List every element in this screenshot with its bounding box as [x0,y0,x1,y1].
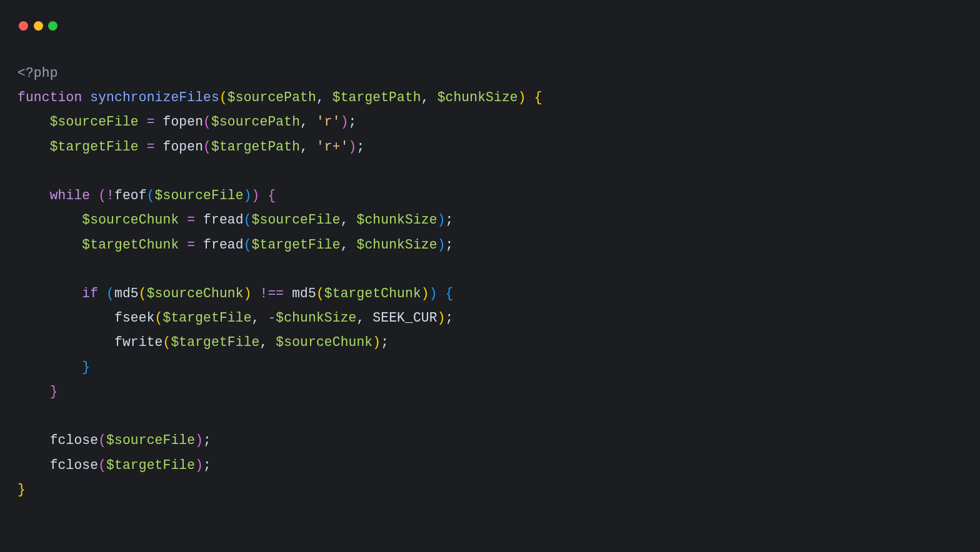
var-targetFile: $targetFile [50,139,139,154]
arg-sourcePath: $sourcePath [211,114,300,129]
window-titlebar [0,0,980,37]
call-feof: feof [114,188,147,203]
arg-targetFile: $targetFile [252,237,341,252]
brace-close: } [50,384,58,399]
string-r: 'r' [316,114,341,129]
semicolon: ; [203,433,211,448]
call-fread: fread [203,237,244,252]
comma: , [341,212,349,227]
paren-close: ) [244,188,252,203]
arg-sourceChunk: $sourceChunk [147,286,244,301]
arg-chunkSize: $chunkSize [276,310,356,325]
call-fclose: fclose [50,458,99,473]
paren-close: ) [421,286,429,301]
call-md5: md5 [114,286,139,301]
paren-open: ( [98,458,106,473]
arg-chunkSize: $chunkSize [356,212,437,227]
arg-targetFile: $targetFile [162,310,251,325]
op-not: ! [106,188,114,203]
paren-open: ( [162,335,171,350]
call-fopen: fopen [163,114,204,129]
comma: , [300,139,308,154]
keyword-if: if [82,286,98,301]
call-md5: md5 [292,286,316,301]
paren-open: ( [139,286,147,301]
brace-open: { [534,90,542,105]
paren-open: ( [147,188,155,203]
paren-close: ) [195,458,203,473]
arg-targetFile: $targetFile [106,458,195,473]
paren-close: ) [438,237,446,252]
semicolon: ; [446,310,454,325]
arg-chunkSize: $chunkSize [356,237,437,252]
paren-open: ( [244,237,252,252]
call-fclose: fclose [50,433,99,448]
arg-targetFile: $targetFile [171,335,259,350]
paren-open: ( [98,188,106,203]
brace-close: } [18,482,26,497]
const-seekcur: SEEK_CUR [372,310,437,325]
comma: , [259,335,268,350]
op-assign: = [187,237,195,252]
php-open-tag: <?php [18,66,58,81]
op-neg: - [268,310,276,325]
paren-open: ( [244,212,252,227]
semicolon: ; [446,212,454,227]
var-sourceFile: $sourceFile [50,114,139,129]
call-fwrite: fwrite [114,335,163,350]
brace-open: { [446,286,454,301]
string-rplus: 'r+' [316,139,349,154]
comma: , [341,237,349,252]
paren-close: ) [438,310,446,325]
paren-open: ( [203,139,211,154]
comma: , [356,310,364,325]
paren-close: ) [372,335,381,350]
arg-sourceChunk: $sourceChunk [276,335,372,350]
close-icon[interactable] [19,21,28,31]
semicolon: ; [446,237,454,252]
arg-sourceFile: $sourceFile [252,212,341,227]
comma: , [316,90,324,105]
keyword-while: while [50,188,91,203]
comma: , [252,310,260,325]
arg-sourceFile: $sourceFile [106,433,195,448]
paren-close: ) [252,188,260,203]
paren-close: ) [518,90,526,105]
paren-close: ) [438,212,446,227]
paren-open: ( [203,114,211,129]
var-sourceChunk: $sourceChunk [82,212,179,227]
paren-close: ) [341,114,349,129]
op-assign: = [147,114,155,129]
paren-close: ) [244,286,252,301]
keyword-function: function [18,90,82,105]
paren-open: ( [155,310,163,325]
arg-targetChunk: $targetChunk [324,286,421,301]
brace-open: { [268,188,276,203]
brace-close: } [82,360,90,375]
paren-close: ) [349,139,357,154]
paren-open: ( [98,433,106,448]
op-assign: = [147,139,155,154]
call-fread: fread [203,212,244,227]
param-targetPath: $targetPath [332,90,421,105]
paren-open: ( [106,286,114,301]
comma: , [300,114,308,129]
paren-close: ) [429,286,438,301]
call-fopen: fopen [163,139,204,154]
function-name: synchronizeFiles [90,90,219,105]
semicolon: ; [203,458,211,473]
op-assign: = [187,212,195,227]
paren-open: ( [219,90,228,105]
param-sourcePath: $sourcePath [228,90,316,105]
arg-targetPath: $targetPath [211,139,300,154]
code-window: <?php function synchronizeFiles($sourceP… [0,0,980,552]
op-not-identical: !== [260,286,284,301]
var-targetChunk: $targetChunk [82,237,179,252]
comma: , [421,90,429,105]
maximize-icon[interactable] [48,21,58,31]
code-block: <?php function synchronizeFiles($sourceP… [0,37,980,520]
paren-close: ) [195,433,203,448]
param-chunkSize: $chunkSize [438,90,518,105]
semicolon: ; [381,335,389,350]
minimize-icon[interactable] [34,21,43,31]
